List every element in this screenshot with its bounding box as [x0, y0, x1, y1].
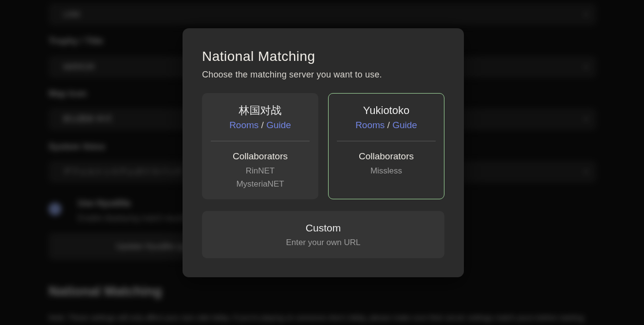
custom-card-subtitle: Enter your own URL: [286, 238, 360, 248]
server-options-row: 林国对战 Rooms / Guide Collaborators RinNET …: [202, 93, 444, 199]
guide-link[interactable]: Guide: [392, 120, 417, 130]
server-name: Yukiotoko: [329, 104, 444, 117]
server-links: Rooms / Guide: [329, 120, 444, 131]
server-card-linguoduizhan[interactable]: 林国对战 Rooms / Guide Collaborators RinNET …: [202, 93, 318, 199]
collaborator: Missless: [329, 164, 444, 177]
link-separator: /: [258, 120, 266, 130]
custom-server-card[interactable]: Custom Enter your own URL: [202, 211, 444, 258]
card-divider: [337, 141, 436, 141]
link-separator: /: [385, 120, 392, 130]
guide-link[interactable]: Guide: [266, 120, 291, 130]
collaborators-label: Collaborators: [329, 151, 444, 162]
collaborators-list: RinNET MysteriaNET: [202, 164, 318, 191]
collaborator: MysteriaNET: [202, 177, 318, 191]
server-card-yukiotoko[interactable]: Yukiotoko Rooms / Guide Collaborators Mi…: [328, 93, 444, 199]
server-name: 林国对战: [202, 104, 318, 117]
custom-card-title: Custom: [306, 222, 341, 234]
collaborator: RinNET: [202, 164, 318, 177]
server-links: Rooms / Guide: [202, 120, 318, 131]
collaborators-list: Missless: [329, 164, 444, 177]
dialog-title: National Matching: [202, 49, 444, 64]
national-matching-dialog: National Matching Choose the matching se…: [183, 28, 464, 277]
collaborators-label: Collaborators: [202, 151, 318, 162]
card-divider: [211, 141, 310, 141]
rooms-link[interactable]: Rooms: [355, 120, 385, 130]
dialog-subtitle: Choose the matching server you want to u…: [202, 70, 444, 80]
rooms-link[interactable]: Rooms: [229, 120, 258, 130]
